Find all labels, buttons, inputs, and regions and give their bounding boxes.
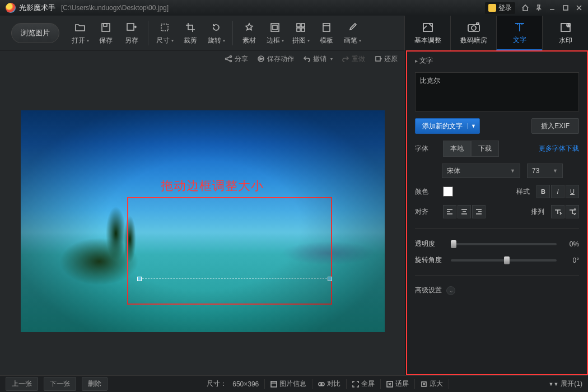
crop-icon: [184, 21, 197, 34]
canvas-image[interactable]: 拖动边框调整大小: [21, 110, 385, 332]
action-redo[interactable]: 重做: [342, 54, 365, 64]
home-button[interactable]: [519, 2, 532, 13]
minimize-button[interactable]: [545, 2, 559, 13]
titlebar: 光影魔术手 [C:\Users\kunduogx\Desktop\00.jpg]…: [0, 0, 588, 16]
rotate-icon: [210, 21, 222, 34]
login-avatar-icon: [488, 4, 496, 12]
tool-crop[interactable]: 裁剪: [178, 21, 203, 45]
annotation-text: 拖动边框调整大小: [161, 178, 264, 194]
svg-rect-23: [271, 381, 277, 387]
svg-rect-15: [477, 23, 479, 25]
font-family-select[interactable]: 宋体▼: [442, 164, 520, 178]
align-left[interactable]: [443, 205, 456, 218]
action-share[interactable]: 分享: [225, 54, 248, 64]
panel-heading[interactable]: 文字: [415, 56, 579, 66]
annotation-rect[interactable]: [127, 197, 332, 305]
align-center[interactable]: [458, 205, 471, 218]
action-save-action[interactable]: 保存动作: [257, 54, 294, 64]
right-tabs: 基本调整 数码暗房 文字 水印: [404, 16, 588, 50]
tool-rotate[interactable]: 旋转▾: [203, 21, 229, 45]
rotation-value: 0°: [562, 256, 579, 264]
advanced-settings[interactable]: 高级设置 ⌵: [415, 286, 579, 295]
svg-rect-6: [273, 25, 277, 30]
add-text-button[interactable]: 添加新的文字▼: [415, 118, 480, 134]
color-swatch[interactable]: [443, 186, 453, 197]
browse-images-button[interactable]: 浏览图片: [11, 23, 59, 43]
size-icon: [158, 21, 171, 34]
template-icon: [320, 21, 333, 34]
expand-button[interactable]: ▼▼展开(1): [549, 379, 583, 389]
size-value: 650×396: [232, 380, 259, 388]
rotation-slider[interactable]: [451, 259, 557, 262]
save-icon: [100, 21, 112, 34]
font-tab-local[interactable]: 本地: [443, 141, 471, 157]
svg-rect-0: [563, 6, 568, 10]
svg-rect-5: [271, 24, 279, 31]
tool-collage[interactable]: 拼图▾: [288, 21, 314, 45]
original-size-button[interactable]: 原大: [421, 379, 443, 389]
tool-material[interactable]: 素材: [236, 21, 262, 45]
color-label: 颜色: [415, 187, 436, 197]
text-edit-handle[interactable]: [139, 278, 330, 279]
arrange-vertical[interactable]: [566, 205, 579, 218]
arrange-horizontal[interactable]: [551, 205, 564, 218]
text-panel: 文字 添加新的文字▼ 插入EXIF 字体 本地 下载 更多字体下载 宋体▼ 73…: [406, 50, 588, 375]
main-toolbar: 浏览图片 打开▾ 保存 另存 尺寸▾ 裁剪 旋转▾ 素材 边框▾ 拼图▾ 模板: [0, 16, 588, 50]
font-label: 字体: [415, 144, 436, 153]
more-fonts-link[interactable]: 更多字体下载: [539, 144, 579, 153]
svg-rect-10: [301, 28, 305, 31]
style-bold[interactable]: B: [536, 185, 550, 198]
svg-rect-9: [297, 28, 300, 31]
tool-size[interactable]: 尺寸▾: [152, 21, 178, 45]
tool-frame[interactable]: 边框▾: [262, 21, 288, 45]
action-bar: 分享 保存动作 撤销▾ 重做 还原: [0, 50, 405, 67]
image-info-button[interactable]: 图片信息: [270, 379, 306, 389]
chevron-down-icon: ⌵: [446, 286, 455, 295]
tool-save[interactable]: 保存: [93, 21, 119, 45]
style-underline[interactable]: U: [566, 185, 579, 198]
svg-point-25: [321, 382, 324, 386]
action-revert[interactable]: 还原: [374, 54, 398, 64]
insert-exif-button[interactable]: 插入EXIF: [531, 118, 579, 134]
font-size-select[interactable]: 73▼: [527, 164, 563, 178]
app-logo-icon: [6, 3, 16, 13]
font-tab-download[interactable]: 下载: [471, 141, 499, 157]
tool-saveas[interactable]: 另存: [119, 21, 144, 45]
compare-button[interactable]: 对比: [318, 379, 340, 389]
align-right[interactable]: [472, 205, 486, 218]
collage-icon: [295, 21, 307, 34]
svg-rect-1: [102, 24, 110, 31]
svg-rect-8: [301, 24, 305, 27]
frame-icon: [269, 21, 281, 34]
rtab-text[interactable]: 文字: [496, 16, 542, 50]
rtab-basic[interactable]: 基本调整: [404, 16, 450, 50]
rotation-label: 旋转角度: [415, 255, 445, 265]
svg-rect-22: [376, 57, 380, 61]
file-path: [C:\Users\kunduogx\Desktop\00.jpg]: [61, 4, 169, 12]
text-input[interactable]: [415, 72, 579, 111]
delete-button[interactable]: 删除: [82, 377, 108, 391]
svg-point-14: [472, 26, 476, 30]
maximize-button[interactable]: [559, 2, 572, 13]
rtab-watermark[interactable]: 水印: [542, 16, 588, 50]
opacity-slider[interactable]: [451, 243, 557, 245]
svg-rect-11: [323, 24, 330, 31]
next-button[interactable]: 下一张: [44, 377, 76, 391]
action-undo[interactable]: 撤销▾: [303, 54, 333, 64]
login-chip[interactable]: 登录: [485, 2, 515, 14]
svg-rect-27: [422, 382, 426, 386]
fit-button[interactable]: 适屏: [386, 379, 409, 389]
saveas-icon: [125, 21, 138, 34]
tool-template[interactable]: 模板: [314, 21, 339, 45]
fullscreen-button[interactable]: 全屏: [352, 379, 375, 389]
prev-button[interactable]: 上一张: [6, 377, 38, 391]
rtab-darkroom[interactable]: 数码暗房: [450, 16, 496, 50]
tool-open[interactable]: 打开▾: [67, 21, 93, 45]
opacity-label: 透明度: [415, 239, 445, 249]
font-source-toggle[interactable]: 本地 下载: [443, 141, 499, 157]
pin-button[interactable]: [532, 2, 545, 13]
close-button[interactable]: [572, 2, 586, 13]
style-italic[interactable]: I: [551, 185, 564, 198]
opacity-value: 0%: [562, 240, 579, 248]
tool-brush[interactable]: 画笔▾: [339, 21, 365, 45]
